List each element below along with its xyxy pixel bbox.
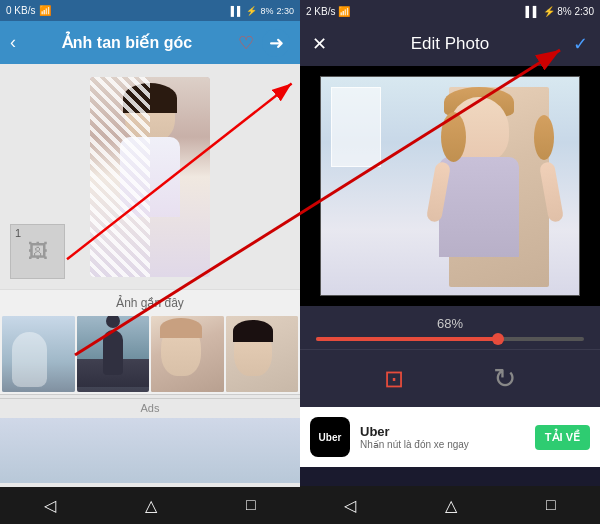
right-status-icons: 2 KB/s 📶 <box>306 6 350 17</box>
close-button[interactable]: ✕ <box>312 33 342 55</box>
right-battery-icon: ⚡ <box>543 6 555 17</box>
crop-tool-button[interactable]: ⊡ <box>384 365 404 393</box>
right-kb-indicator: 2 KB/s <box>306 6 335 17</box>
main-image-area: 1 🖼 <box>0 64 300 289</box>
left-panel: 0 KB/s 📶 ▌▌ ⚡ 8% 2:30 ‹ Ảnh tan biến góc… <box>0 0 300 524</box>
photo-thumb-4[interactable] <box>226 316 299 392</box>
right-bottom-nav: ◁ △ □ <box>300 486 600 524</box>
recent-photos-row <box>0 314 300 394</box>
ad-subtitle: Nhấn nút là đón xe ngay <box>360 439 525 450</box>
battery-percent-left: 8% <box>260 6 273 16</box>
slider-section: 68% <box>300 306 600 349</box>
ad-banner: Uber Uber Nhấn nút là đón xe ngay TẢI VỀ <box>300 407 600 467</box>
kb-indicator: 0 KB/s <box>6 5 35 16</box>
photo-edit-area <box>300 66 600 306</box>
ad-text-block: Uber Nhấn nút là đón xe ngay <box>360 424 525 450</box>
forward-button[interactable]: ➜ <box>262 29 290 57</box>
confirm-button[interactable]: ✓ <box>558 33 588 55</box>
recents-nav-btn-right[interactable]: □ <box>546 496 556 514</box>
left-status-right: ▌▌ ⚡ 8% 2:30 <box>231 6 294 16</box>
photo-thumb-3[interactable] <box>151 316 224 392</box>
photo-thumb-2[interactable] <box>77 316 150 392</box>
forward-arrow-icon: ➜ <box>269 32 284 54</box>
main-portrait <box>90 77 210 277</box>
wifi-icon: 📶 <box>39 5 51 16</box>
ad-logo: Uber <box>310 417 350 457</box>
recents-nav-btn-left[interactable]: □ <box>246 496 256 514</box>
right-wifi-icon: 📶 <box>338 6 350 17</box>
slider-percent-label: 68% <box>437 316 463 331</box>
signal-icon: ▌▌ <box>231 6 244 16</box>
back-button[interactable]: ‹ <box>10 32 16 53</box>
pixel-dissolve-effect <box>90 77 150 277</box>
rotate-tool-button[interactable]: ↻ <box>493 362 516 395</box>
home-nav-btn-left[interactable]: △ <box>145 496 157 515</box>
right-top-nav: ✕ Edit Photo ✓ <box>300 22 600 66</box>
recent-photos-label: Ảnh gần đây <box>0 289 300 314</box>
left-top-nav: ‹ Ảnh tan biến góc ♡ ➜ <box>0 21 300 64</box>
ads-label: Ads <box>0 398 300 414</box>
left-status-bar: 0 KB/s 📶 ▌▌ ⚡ 8% 2:30 <box>0 0 300 21</box>
time-left: 2:30 <box>276 6 294 16</box>
right-signal-icon: ▌▌ <box>526 6 540 17</box>
ad-logo-text: Uber <box>319 432 342 443</box>
back-nav-btn-left[interactable]: ◁ <box>44 496 56 515</box>
edit-photo-title: Edit Photo <box>342 34 558 54</box>
home-nav-btn-right[interactable]: △ <box>445 496 457 515</box>
right-status-right: ▌▌ ⚡ 8% 2:30 <box>526 6 594 17</box>
thumbnail-slot-1[interactable]: 1 🖼 <box>10 224 65 279</box>
left-bottom-nav: ◁ △ □ <box>0 487 300 524</box>
photo-thumb-1[interactable] <box>2 316 75 392</box>
right-status-bar: 2 KB/s 📶 ▌▌ ⚡ 8% 2:30 <box>300 0 600 22</box>
slot-number: 1 <box>15 227 21 239</box>
back-nav-btn-right[interactable]: ◁ <box>344 496 356 515</box>
ad-content-left <box>0 418 300 483</box>
right-time: 2:30 <box>575 6 594 17</box>
tools-section: ⊡ ↻ <box>300 349 600 407</box>
slider-thumb[interactable] <box>492 333 504 345</box>
left-nav-title: Ảnh tan biến góc <box>24 33 230 52</box>
image-placeholder-icon: 🖼 <box>28 240 48 263</box>
left-status-icons: 0 KB/s 📶 <box>6 5 51 16</box>
ads-section: Ads <box>0 394 300 487</box>
edit-photo-canvas[interactable] <box>320 76 580 296</box>
child-portrait <box>449 87 549 287</box>
heart-icon[interactable]: ♡ <box>238 32 254 54</box>
slider-track[interactable] <box>316 337 584 341</box>
right-battery-percent: 8% <box>557 6 571 17</box>
right-panel: 2 KB/s 📶 ▌▌ ⚡ 8% 2:30 ✕ Edit Photo ✓ <box>300 0 600 524</box>
ad-cta-button[interactable]: TẢI VỀ <box>535 425 590 450</box>
ad-title: Uber <box>360 424 525 439</box>
battery-icon-left: ⚡ <box>246 6 257 16</box>
slider-fill <box>316 337 498 341</box>
